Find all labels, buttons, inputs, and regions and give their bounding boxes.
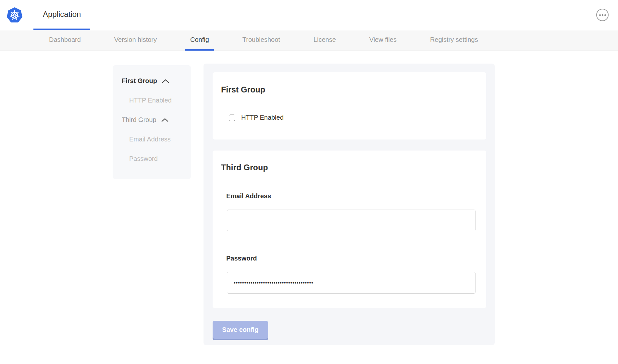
ellipsis-icon — [599, 14, 601, 16]
kubernetes-logo-icon — [6, 7, 23, 23]
config-group-card-third-group: Third Group Email Address Password — [213, 151, 486, 308]
top-header: Application — [0, 0, 618, 30]
group-title: First Group — [221, 86, 478, 94]
password-field: Password — [221, 255, 478, 294]
http-enabled-checkbox[interactable] — [229, 115, 235, 121]
email-address-field: Email Address — [221, 193, 478, 231]
content-area: First Group HTTP Enabled Third Group Ema… — [0, 51, 618, 364]
sidebar-item-email-address[interactable]: Email Address — [122, 136, 184, 142]
email-address-label: Email Address — [226, 193, 478, 199]
tab-view-files[interactable]: View files — [365, 30, 402, 51]
tab-dashboard[interactable]: Dashboard — [44, 30, 86, 51]
ellipsis-menu-button[interactable] — [596, 9, 609, 21]
config-panel: First Group HTTP Enabled Third Group Ema… — [204, 64, 495, 345]
config-group-card-first-group: First Group HTTP Enabled — [213, 72, 486, 140]
sidebar-item-label[interactable]: Password — [129, 155, 158, 162]
group-title: Third Group — [221, 163, 478, 172]
sidebar-item-label[interactable]: HTTP Enabled — [129, 97, 172, 103]
sidebar-item-label[interactable]: Email Address — [129, 136, 171, 142]
tab-troubleshoot[interactable]: Troubleshoot — [238, 30, 285, 51]
http-enabled-checkbox-row[interactable]: HTTP Enabled — [229, 114, 478, 121]
chevron-up-icon — [161, 118, 168, 122]
tab-version-history[interactable]: Version history — [109, 30, 162, 51]
password-label: Password — [226, 255, 478, 261]
email-address-input[interactable] — [227, 210, 476, 231]
password-input[interactable] — [227, 272, 476, 294]
tab-config[interactable]: Config — [185, 30, 214, 51]
config-subnav: Dashboard Version history Config Trouble… — [0, 30, 618, 51]
sidebar-group-first-group[interactable]: First Group — [122, 78, 184, 84]
sidebar-item-http-enabled[interactable]: HTTP Enabled — [122, 97, 184, 103]
sidebar-group-label[interactable]: First Group — [122, 78, 157, 84]
save-config-button[interactable]: Save config — [213, 321, 268, 339]
chevron-up-icon — [162, 79, 169, 83]
http-enabled-checkbox-label: HTTP Enabled — [241, 114, 284, 121]
tab-license[interactable]: License — [309, 30, 341, 51]
app-tab-label: Application — [43, 10, 81, 19]
tab-registry-settings[interactable]: Registry settings — [425, 30, 483, 51]
sidebar-group-label[interactable]: Third Group — [122, 116, 156, 123]
config-sidebar: First Group HTTP Enabled Third Group Ema… — [113, 65, 191, 179]
sidebar-group-third-group[interactable]: Third Group — [122, 116, 184, 123]
sidebar-item-password[interactable]: Password — [122, 155, 184, 162]
app-tab-application[interactable]: Application — [33, 0, 90, 30]
